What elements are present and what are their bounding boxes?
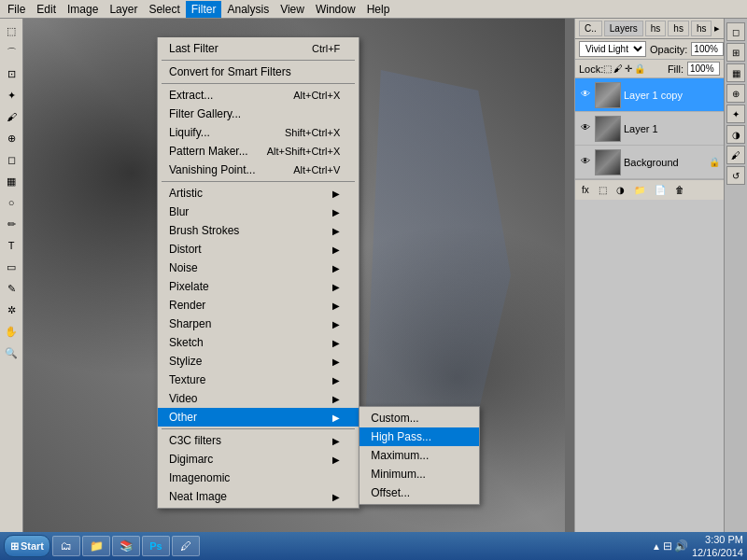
filter-neat[interactable]: Neat Image ▶ <box>158 487 359 506</box>
tool-gradient[interactable]: ▦ <box>1 171 21 191</box>
lock-transparent-icon[interactable]: ⬚ <box>603 63 612 74</box>
panel-toggle-2[interactable]: ⊞ <box>726 43 745 62</box>
filter-artistic[interactable]: Artistic ▶ <box>158 184 359 203</box>
other-custom[interactable]: Custom... <box>359 409 479 427</box>
tool-crop[interactable]: ⊡ <box>1 63 21 84</box>
filter-distort[interactable]: Distort ▶ <box>158 240 359 259</box>
filter-texture[interactable]: Texture ▶ <box>158 371 359 389</box>
menu-image[interactable]: Image <box>62 1 104 18</box>
tool-notes[interactable]: ✎ <box>1 278 21 299</box>
panel-tab-hs1[interactable]: hs <box>645 21 667 36</box>
taskbar-app-1[interactable]: 🗂 <box>52 536 80 556</box>
tool-hand[interactable]: ✋ <box>1 321 21 342</box>
new-fill-btn[interactable]: ◑ <box>613 184 627 196</box>
layer-visibility-1[interactable]: 👁 <box>579 122 592 135</box>
tool-lasso[interactable]: ⌒ <box>1 42 21 63</box>
tool-type[interactable]: T <box>1 235 21 256</box>
filter-blur[interactable]: Blur ▶ <box>158 203 359 221</box>
layer-visibility-copy[interactable]: 👁 <box>579 89 592 102</box>
new-layer-btn[interactable]: 📄 <box>652 184 669 196</box>
panel-menu-btn[interactable]: ▸ <box>714 22 720 35</box>
menu-file[interactable]: File <box>2 1 31 18</box>
taskbar-app-5[interactable]: 🖊 <box>172 536 200 556</box>
filter-c3c[interactable]: C3C filters ▶ <box>158 431 359 450</box>
other-minimum[interactable]: Minimum... <box>359 465 479 483</box>
taskbar-app-3[interactable]: 📚 <box>112 536 140 556</box>
panel-toggle-5[interactable]: ✦ <box>726 105 745 123</box>
panel-toggle-1[interactable]: ◻ <box>726 22 745 41</box>
filter-pixelate[interactable]: Pixelate ▶ <box>158 277 359 296</box>
menu-help[interactable]: Help <box>361 1 396 18</box>
filter-gallery[interactable]: Filter Gallery... <box>158 105 359 123</box>
layer-visibility-bg[interactable]: 👁 <box>579 156 592 169</box>
layer-item-bg[interactable]: 👁 Background 🔒 <box>575 146 724 179</box>
panel-tab-channels[interactable]: C.. <box>579 21 602 36</box>
filter-noise[interactable]: Noise ▶ <box>158 259 359 277</box>
taskbar-app-2[interactable]: 📁 <box>82 536 110 556</box>
panel-toggle-8[interactable]: ↺ <box>726 166 745 185</box>
lock-position-icon[interactable]: ✛ <box>625 63 632 74</box>
panel-tab-hs2[interactable]: hs <box>668 21 689 36</box>
layer-item-1[interactable]: 👁 Layer 1 <box>575 112 724 146</box>
layer-name-1: Layer 1 <box>624 123 720 134</box>
filter-imagenomic[interactable]: Imagenomic <box>158 469 359 487</box>
taskbar-icon-1: 🗂 <box>59 539 74 553</box>
panel-toggle-6[interactable]: ◑ <box>726 125 745 144</box>
panel-toggle-7[interactable]: 🖌 <box>726 146 745 164</box>
panel-tab-layers[interactable]: Layers <box>604 21 643 36</box>
add-style-btn[interactable]: fx <box>579 184 592 196</box>
delete-layer-btn[interactable]: 🗑 <box>672 184 687 196</box>
other-offset[interactable]: Offset... <box>359 483 479 502</box>
menu-view[interactable]: View <box>275 1 310 18</box>
tool-healing[interactable]: ✦ <box>1 85 21 105</box>
taskbar-volume-icon[interactable]: 🔊 <box>674 539 688 553</box>
filter-smart[interactable]: Convert for Smart Filters <box>158 63 359 81</box>
panel-tab-hs3[interactable]: hs <box>691 21 712 36</box>
panel-toggle-3[interactable]: ▦ <box>726 63 745 82</box>
menu-analysis[interactable]: Analysis <box>221 1 275 18</box>
filter-extract[interactable]: Extract... Alt+Ctrl+X <box>158 86 359 105</box>
tool-marquee[interactable]: ⬚ <box>1 21 21 41</box>
start-button[interactable]: ⊞ Start <box>4 535 50 557</box>
layer-item-copy[interactable]: 👁 Layer 1 copy <box>575 78 724 112</box>
filter-other[interactable]: Other ▶ <box>158 408 359 427</box>
tool-clone[interactable]: ⊕ <box>1 128 21 148</box>
panel-toggle-4[interactable]: ⊕ <box>726 84 745 103</box>
new-group-btn[interactable]: 📁 <box>631 184 648 196</box>
tool-eyedropper[interactable]: ✲ <box>1 300 21 320</box>
menu-edit[interactable]: Edit <box>31 1 62 18</box>
menu-layer[interactable]: Layer <box>104 1 143 18</box>
filter-vanishing[interactable]: Vanishing Point... Alt+Ctrl+V <box>158 161 359 179</box>
filter-sketch[interactable]: Sketch ▶ <box>158 333 359 352</box>
menu-filter[interactable]: Filter <box>186 1 222 18</box>
tool-eraser[interactable]: ◻ <box>1 149 21 170</box>
filter-stylize[interactable]: Stylize ▶ <box>158 352 359 371</box>
filter-sharpen[interactable]: Sharpen ▶ <box>158 315 359 333</box>
tool-shape[interactable]: ▭ <box>1 257 21 277</box>
tool-path[interactable]: ✏ <box>1 214 21 234</box>
filter-digimarc[interactable]: Digimarc ▶ <box>158 450 359 469</box>
menu-window[interactable]: Window <box>310 1 361 18</box>
tool-brush[interactable]: 🖌 <box>1 106 21 127</box>
filter-brush[interactable]: Brush Strokes ▶ <box>158 221 359 240</box>
tool-dodge[interactable]: ○ <box>1 192 21 213</box>
filter-last[interactable]: Last Filter Ctrl+F <box>158 39 359 58</box>
other-maximum[interactable]: Maximum... <box>359 446 479 465</box>
fill-input[interactable] <box>687 62 720 76</box>
blend-mode-select[interactable]: Vivid Light Normal Multiply Screen Overl… <box>579 41 646 57</box>
other-highpass[interactable]: High Pass... <box>359 427 479 446</box>
lock-all-icon[interactable]: 🔒 <box>634 63 645 74</box>
lock-image-icon[interactable]: 🖌 <box>613 63 623 74</box>
menu-select[interactable]: Select <box>143 1 185 18</box>
filter-video[interactable]: Video ▶ <box>158 389 359 408</box>
filter-liquify[interactable]: Liquify... Shift+Ctrl+X <box>158 123 359 142</box>
filter-render[interactable]: Render ▶ <box>158 296 359 315</box>
taskbar-app-photoshop[interactable]: Ps <box>142 536 170 556</box>
filter-pattern[interactable]: Pattern Maker... Alt+Shift+Ctrl+X <box>158 142 359 161</box>
filter-pattern-shortcut: Alt+Shift+Ctrl+X <box>248 146 341 157</box>
taskbar-network-icon[interactable]: ⊟ <box>663 539 672 553</box>
add-mask-btn[interactable]: ⬚ <box>596 184 610 196</box>
taskbar-hide-icon[interactable]: ▲ <box>652 541 661 552</box>
tool-zoom[interactable]: 🔍 <box>1 343 21 363</box>
opacity-input[interactable] <box>691 42 724 56</box>
